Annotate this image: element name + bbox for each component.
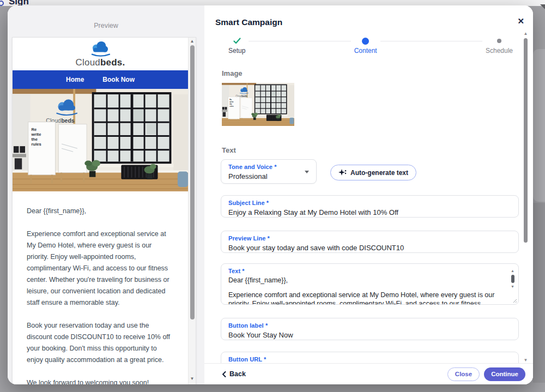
button-label-field[interactable]: Button label * Book Your Stay Now [221, 318, 519, 340]
close-button[interactable]: Close [447, 367, 480, 381]
close-icon[interactable]: ✕ [517, 16, 524, 26]
email-body-text: Dear {{first_name}}, Experience comfort … [13, 191, 188, 384]
preview-pane-title: Preview [8, 22, 204, 29]
scroll-down-icon[interactable]: ▼ [523, 358, 528, 363]
email-preview-scrollbar[interactable]: ▲ ▼ [188, 38, 196, 384]
preview-line-value: Book your stay today and save with code … [228, 244, 511, 252]
active-step-dot-icon [362, 38, 369, 45]
scroll-up-icon[interactable]: ▲ [510, 269, 516, 273]
email-preview-pane: Preview Cloudbeds. [8, 5, 204, 384]
email-greeting: Dear {{first_name}}, [27, 206, 174, 217]
text-field[interactable]: Text * Dear {{first_name}}, Experience c… [221, 263, 519, 305]
button-label-value: Book Your Stay Now [228, 331, 511, 339]
auto-generate-text-label: Auto-generate text [350, 169, 408, 177]
email-paragraph: We look forward to welcoming you soon! [27, 377, 174, 384]
stepper-step-setup[interactable]: Setup [228, 37, 245, 55]
email-nav-book-now-link[interactable]: Book Now [102, 76, 135, 83]
email-paragraph: Experience comfort and exceptional servi… [27, 228, 174, 309]
form-scrollbar[interactable]: ▲ ▼ [523, 31, 528, 363]
background-panel [533, 49, 545, 202]
email-nav-bar: Home Book Now [13, 70, 188, 89]
campaign-form-pane: Smart Campaign ✕ Setup Content Schedule [204, 5, 533, 384]
text-field-line2: Experience comfort and exceptional servi… [228, 291, 500, 305]
stepper-step-content[interactable]: Content [354, 37, 377, 55]
dialog-title: Smart Campaign [215, 17, 282, 27]
subject-line-value: Enjoy a Relaxing Stay at My Demo Hotel w… [228, 208, 511, 216]
upcoming-step-dot-icon [497, 39, 501, 43]
scroll-up-icon[interactable]: ▲ [189, 39, 196, 44]
auto-generate-text-button[interactable]: Auto-generate text [330, 165, 416, 180]
stepper-label-setup: Setup [228, 47, 245, 55]
text-field-label: Text * [228, 268, 511, 274]
scroll-down-icon[interactable]: ▼ [189, 376, 196, 381]
back-button[interactable]: Back [222, 370, 246, 378]
email-preview-card: Cloudbeds. Home Book Now Dear {{first_na… [12, 37, 196, 384]
scrollbar-thumb[interactable] [524, 38, 528, 243]
continue-button[interactable]: Continue [484, 367, 525, 381]
email-header: Cloudbeds. [13, 38, 188, 70]
subject-line-field[interactable]: Subject Line * Enjoy a Relaxing Stay at … [221, 195, 519, 218]
stepper-label-schedule: Schedule [486, 47, 513, 55]
check-icon [233, 38, 241, 44]
cloudbeds-cloud-icon [87, 40, 114, 57]
tone-and-voice-label: Tone and Voice * [228, 164, 309, 170]
preview-line-label: Preview Line * [228, 235, 511, 242]
scrollbar-thumb[interactable] [511, 275, 514, 283]
stepper-label-content: Content [354, 47, 377, 55]
stepper-connector [380, 41, 482, 41]
back-button-label: Back [229, 370, 246, 378]
scroll-up-icon[interactable]: ▲ [523, 31, 528, 36]
background-corner-shape [540, 4, 545, 9]
button-label-label: Button label * [228, 322, 511, 329]
chevron-left-icon [222, 371, 226, 377]
stepper-connector [249, 41, 350, 41]
background-panel [533, 203, 545, 383]
stepper: Setup Content Schedule [228, 37, 513, 55]
campaign-image-thumbnail[interactable] [222, 83, 294, 126]
email-paragraph: Book your reservation today and use the … [27, 320, 174, 366]
stepper-step-schedule[interactable]: Schedule [486, 37, 513, 55]
image-section-label: Image [222, 69, 243, 77]
scrollbar-thumb[interactable] [190, 45, 195, 319]
smart-campaign-modal: Preview Cloudbeds. [8, 5, 533, 384]
preview-line-field[interactable]: Preview Line * Book your stay today and … [221, 231, 519, 253]
email-hero-image [13, 89, 188, 191]
chevron-down-icon [305, 171, 309, 173]
background-logo-icon [0, 1, 4, 6]
sparkle-icon [338, 169, 347, 177]
textarea-scrollbar[interactable]: ▲ ▼ [510, 269, 516, 300]
tone-and-voice-value: Professional [228, 172, 309, 180]
tone-and-voice-select[interactable]: Tone and Voice * Professional [221, 159, 317, 184]
button-url-label: Button URL * [228, 356, 511, 363]
cloudbeds-wordmark: Cloudbeds. [76, 57, 125, 68]
subject-line-label: Subject Line * [228, 200, 511, 206]
scroll-down-icon[interactable]: ▼ [510, 285, 516, 289]
text-section-label: Text [222, 146, 236, 154]
text-field-line1: Dear {{first_name}}, [228, 276, 500, 285]
cloudbeds-logo: Cloudbeds. [76, 40, 125, 68]
email-nav-home-link[interactable]: Home [66, 76, 84, 83]
dialog-footer: Back Close Continue [204, 363, 533, 384]
